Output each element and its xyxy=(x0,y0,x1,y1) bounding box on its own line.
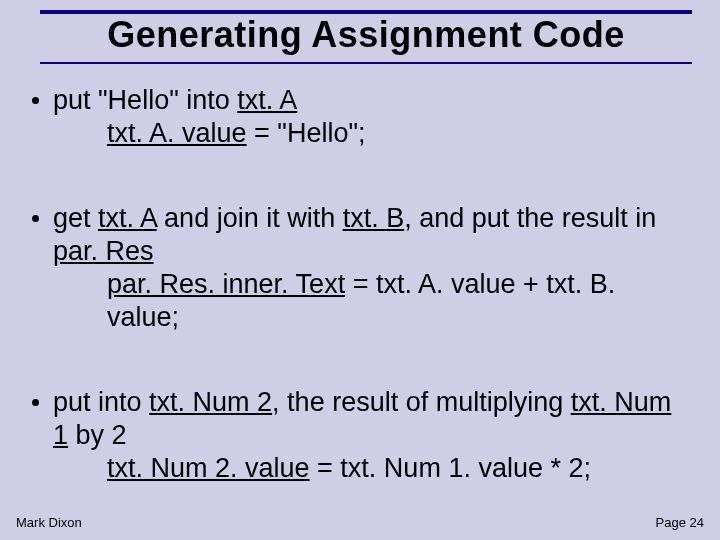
code-underline: txt. Num 2. value xyxy=(107,453,310,483)
code-line: txt. A. value = "Hello"; xyxy=(107,117,366,150)
text-run: put "Hello" into xyxy=(53,85,237,115)
text-run: , and put the result in xyxy=(404,203,656,233)
text-underline: txt. B xyxy=(343,203,405,233)
text-run: put into xyxy=(53,387,149,417)
bullet-text: put into txt. Num 2, the result of multi… xyxy=(53,386,692,485)
text-underline: txt. A xyxy=(98,203,157,233)
text-run: and join it with xyxy=(157,203,343,233)
text-underline: txt. A xyxy=(237,85,297,115)
code-underline: txt. A. value xyxy=(107,118,247,148)
footer-author: Mark Dixon xyxy=(16,515,82,530)
code-line: txt. Num 2. value = txt. Num 1. value * … xyxy=(107,452,692,485)
text-run: , the result of multiplying xyxy=(272,387,571,417)
bullet-item: put into txt. Num 2, the result of multi… xyxy=(32,386,692,485)
slide-title: Generating Assignment Code xyxy=(40,14,692,60)
bullet-item: put "Hello" into txt. A txt. A. value = … xyxy=(32,84,692,150)
content-area: put "Hello" into txt. A txt. A. value = … xyxy=(0,64,720,484)
bullet-dot-icon xyxy=(32,399,39,406)
code-underline: par. Res. inner. Text xyxy=(107,269,345,299)
bullet-text: put "Hello" into txt. A txt. A. value = … xyxy=(53,84,366,150)
slide: Generating Assignment Code put "Hello" i… xyxy=(0,0,720,540)
bullet-dot-icon xyxy=(32,215,39,222)
text-underline: par. Res xyxy=(53,236,154,266)
code-rest: = "Hello"; xyxy=(247,118,366,148)
footer-page: Page 24 xyxy=(656,515,704,530)
text-run: get xyxy=(53,203,98,233)
text-underline: txt. Num 2 xyxy=(149,387,272,417)
code-rest: = txt. Num 1. value * 2; xyxy=(310,453,591,483)
text-run: by 2 xyxy=(68,420,127,450)
code-line: par. Res. inner. Text = txt. A. value + … xyxy=(107,268,692,334)
bullet-item: get txt. A and join it with txt. B, and … xyxy=(32,202,692,334)
bullet-dot-icon xyxy=(32,97,39,104)
bullet-text: get txt. A and join it with txt. B, and … xyxy=(53,202,692,334)
footer: Mark Dixon Page 24 xyxy=(16,515,704,530)
